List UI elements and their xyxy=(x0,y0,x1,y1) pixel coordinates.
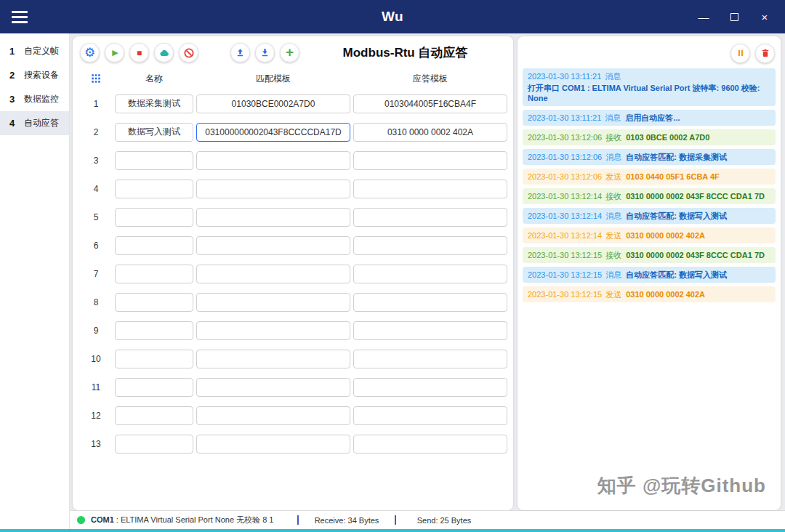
name-input[interactable] xyxy=(115,208,193,227)
name-input[interactable] xyxy=(115,435,193,454)
name-input[interactable] xyxy=(115,378,193,397)
close-icon: × xyxy=(762,11,768,23)
drag-grid-button[interactable] xyxy=(80,73,112,84)
response-template-input[interactable] xyxy=(353,435,507,454)
sidebar-item-custom-frame[interactable]: 1自定义帧 xyxy=(0,39,69,63)
response-template-input[interactable] xyxy=(353,123,507,142)
response-template-input[interactable] xyxy=(353,208,507,227)
port-name: COM1 xyxy=(91,515,114,524)
titlebar: Wu — × xyxy=(0,0,785,33)
match-template-input[interactable] xyxy=(196,94,350,113)
status-divider xyxy=(395,515,396,525)
pause-icon xyxy=(736,48,746,58)
sidebar-item-label: 自定义帧 xyxy=(24,45,59,57)
clear-log-button[interactable] xyxy=(755,44,775,63)
match-template-input[interactable] xyxy=(196,180,350,198)
sidebar-item-label: 搜索设备 xyxy=(24,69,59,81)
minimize-button[interactable]: — xyxy=(692,6,715,28)
log-timestamp: 2023-01-30 13:12:15 xyxy=(528,251,602,259)
sidebar-item-number: 1 xyxy=(9,46,17,57)
log-entry: 2023-01-30 13:11:21消息打开串口 COM1 : ELTIMA … xyxy=(523,68,776,106)
response-template-input[interactable] xyxy=(353,94,507,113)
name-input[interactable] xyxy=(115,94,193,113)
response-template-input[interactable] xyxy=(353,265,507,283)
name-input[interactable] xyxy=(115,123,193,142)
response-template-input[interactable] xyxy=(353,406,507,425)
name-input[interactable] xyxy=(115,293,193,312)
name-input[interactable] xyxy=(115,265,193,283)
log-type-tag: 发送 xyxy=(605,172,621,181)
match-template-input[interactable] xyxy=(196,406,350,425)
match-template-input[interactable] xyxy=(196,236,350,255)
window-controls: — × xyxy=(692,6,776,28)
import-button[interactable] xyxy=(230,43,250,63)
table-row: 7 xyxy=(80,259,506,288)
log-type-tag: 接收 xyxy=(605,192,621,201)
add-row-button[interactable]: + xyxy=(280,43,299,63)
gear-icon: ⚙ xyxy=(84,47,95,59)
maximize-button[interactable] xyxy=(722,6,746,28)
response-template-input[interactable] xyxy=(353,180,507,198)
bottom-accent-bar xyxy=(0,529,785,532)
content: 1自定义帧2搜索设备3数据监控4自动应答 ⚙ ▶ ■ xyxy=(0,33,785,529)
match-template-input[interactable] xyxy=(196,321,350,340)
export-button[interactable] xyxy=(255,43,275,63)
log-toolbar xyxy=(518,36,781,65)
response-template-input[interactable] xyxy=(353,236,507,255)
table-row: 5 xyxy=(80,203,506,231)
log-message: 0103 0440 05F1 6CBA 4F xyxy=(626,172,720,181)
response-template-input[interactable] xyxy=(353,151,507,170)
match-template-input[interactable] xyxy=(196,435,350,454)
row-number: 10 xyxy=(80,354,112,364)
log-timestamp: 2023-01-30 13:12:14 xyxy=(528,192,602,201)
table-row: 6 xyxy=(80,231,506,259)
status-divider xyxy=(297,515,299,525)
sidebar-item-data-monitor[interactable]: 3数据监控 xyxy=(0,87,69,111)
sidebar-item-auto-response[interactable]: 4自动应答 xyxy=(0,111,69,135)
name-input[interactable] xyxy=(115,321,193,340)
row-number: 5 xyxy=(80,212,112,222)
match-template-input[interactable] xyxy=(196,293,350,312)
response-template-input[interactable] xyxy=(353,293,507,312)
pause-log-button[interactable] xyxy=(730,44,750,63)
connection-status-icon xyxy=(77,516,85,524)
response-template-input[interactable] xyxy=(353,321,507,340)
open-port-button[interactable] xyxy=(154,43,174,63)
log-type-tag: 接收 xyxy=(605,251,621,259)
log-message: 0310 0000 0002 402A xyxy=(626,231,705,240)
sidebar-item-search-device[interactable]: 2搜索设备 xyxy=(0,63,69,87)
match-template-input[interactable] xyxy=(196,265,350,283)
log-entry: 2023-01-30 13:12:15发送0310 0000 0002 402A xyxy=(523,286,776,302)
table-row: 1 xyxy=(80,89,506,118)
log-entry: 2023-01-30 13:12:15消息自动应答匹配: 数据写入测试 xyxy=(523,267,776,283)
name-input[interactable] xyxy=(115,180,193,198)
receive-count: Receive: 34 Bytes xyxy=(300,516,393,525)
log-entry: 2023-01-30 13:12:06接收0103 0BCE 0002 A7D0 xyxy=(523,129,776,145)
close-button[interactable]: × xyxy=(753,6,776,28)
start-button[interactable]: ▶ xyxy=(105,43,124,63)
settings-button[interactable]: ⚙ xyxy=(80,43,100,63)
name-input[interactable] xyxy=(115,406,193,425)
name-input[interactable] xyxy=(115,236,193,255)
match-template-input[interactable] xyxy=(196,151,350,170)
log-entry: 2023-01-30 13:12:06发送0103 0440 05F1 6CBA… xyxy=(523,169,776,185)
sidebar: 1自定义帧2搜索设备3数据监控4自动应答 xyxy=(0,33,70,529)
port-status: COM1 : ELTIMA Virtual Serial Port None 无… xyxy=(91,515,296,525)
response-template-input[interactable] xyxy=(353,378,507,397)
name-input[interactable] xyxy=(115,151,193,170)
stop-button[interactable]: ■ xyxy=(129,43,149,63)
response-template-input[interactable] xyxy=(353,350,507,368)
match-template-input[interactable] xyxy=(196,378,350,397)
name-input[interactable] xyxy=(115,350,193,368)
match-template-input[interactable] xyxy=(196,123,350,142)
row-number: 6 xyxy=(80,241,112,251)
log-type-tag: 消息 xyxy=(605,211,621,220)
menu-button[interactable] xyxy=(12,6,33,28)
match-template-input[interactable] xyxy=(196,208,350,227)
close-port-button[interactable] xyxy=(179,43,198,63)
row-number: 3 xyxy=(80,156,112,166)
log-timestamp: 2023-01-30 13:12:15 xyxy=(528,270,602,279)
match-template-input[interactable] xyxy=(196,350,350,368)
main-panel: ⚙ ▶ ■ xyxy=(73,36,513,510)
log-entry: 2023-01-30 13:12:14发送0310 0000 0002 402A xyxy=(523,227,776,243)
